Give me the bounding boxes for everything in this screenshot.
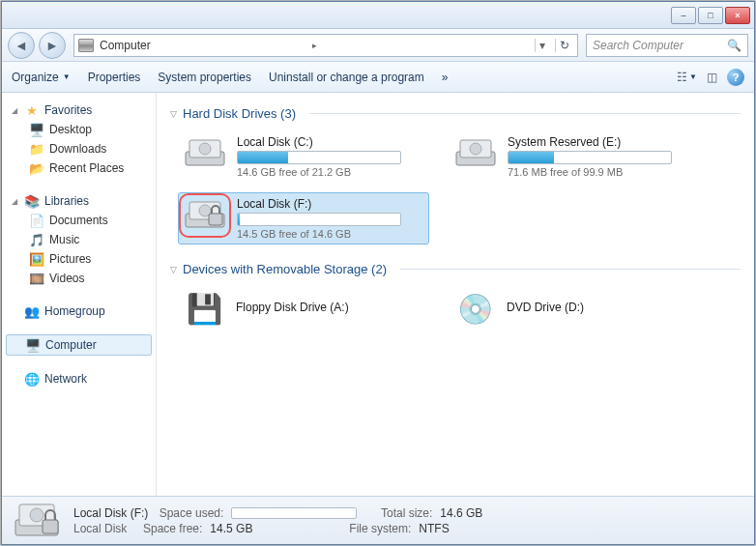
free-space-label: 14.5 GB free of 14.6 GB	[237, 228, 424, 240]
system-properties-button[interactable]: System properties	[158, 71, 251, 84]
homegroup-icon: 👥	[24, 303, 40, 319]
navigation-pane: ◢★Favorites 🖥️Desktop 📁Downloads 📂Recent…	[2, 93, 157, 496]
breadcrumb-chevron-icon[interactable]: ▸	[312, 41, 317, 50]
maximize-button[interactable]: □	[698, 7, 723, 24]
drive-a[interactable]: 💾 Floppy Disk Drive (A:)	[178, 286, 429, 330]
address-dropdown-icon[interactable]: ▾	[535, 39, 549, 52]
drive-label: System Reserved (E:)	[508, 135, 695, 149]
network-group[interactable]: 🌐Network	[6, 369, 152, 388]
usage-bar	[237, 151, 401, 164]
recent-icon: 📂	[29, 160, 44, 176]
body: ◢★Favorites 🖥️Desktop 📁Downloads 📂Recent…	[2, 93, 754, 496]
usage-bar	[237, 213, 401, 226]
drive-e[interactable]: System Reserved (E:) 71.6 MB free of 99.…	[449, 130, 700, 183]
free-space-label: 71.6 MB free of 99.9 MB	[508, 166, 695, 178]
sidebar-item-downloads[interactable]: 📁Downloads	[6, 139, 152, 158]
drive-label: Local Disk (F:)	[237, 197, 424, 211]
refresh-button[interactable]: ↻	[555, 39, 573, 52]
dvd-icon: 💿	[452, 290, 497, 327]
pictures-icon: 🖼️	[29, 251, 44, 267]
collapse-icon: ▽	[170, 109, 177, 119]
drive-label: Local Disk (C:)	[237, 135, 424, 149]
homegroup-group[interactable]: 👥Homegroup	[6, 302, 152, 321]
sidebar-item-recent[interactable]: 📂Recent Places	[6, 158, 152, 178]
search-input[interactable]: Search Computer 🔍	[586, 34, 748, 57]
svg-point-5	[470, 143, 481, 155]
music-icon: 🎵	[29, 232, 44, 247]
sidebar-item-videos[interactable]: 🎞️Videos	[6, 269, 152, 288]
svg-point-2	[199, 143, 211, 155]
more-commands-button[interactable]: »	[442, 71, 449, 84]
hdd-icon	[453, 135, 498, 172]
sidebar-item-desktop[interactable]: 🖥️Desktop	[6, 120, 152, 139]
space-used-label: Space used:	[156, 506, 223, 520]
minimize-button[interactable]: –	[671, 7, 696, 24]
svg-point-12	[30, 508, 44, 522]
address-text: Computer	[100, 39, 306, 52]
floppy-icon: 💾	[182, 290, 226, 327]
help-button[interactable]: ?	[727, 69, 744, 86]
filesystem-label: File system:	[343, 522, 411, 535]
space-used-bar	[231, 507, 357, 519]
hdd-lock-icon	[183, 197, 227, 234]
hdd-icon	[183, 135, 227, 172]
content-pane: ▽ Hard Disk Drives (3) Local Disk (C:) 1…	[157, 93, 754, 496]
space-free-label: Space free:	[134, 522, 202, 535]
close-button[interactable]: ×	[725, 7, 750, 24]
favorites-group[interactable]: ◢★Favorites	[6, 101, 152, 120]
star-icon: ★	[24, 102, 40, 118]
svg-rect-13	[43, 520, 58, 533]
svg-rect-9	[209, 214, 222, 225]
network-icon: 🌐	[24, 371, 40, 387]
libraries-icon: 📚	[24, 193, 40, 209]
view-options-button[interactable]: ☷ ▼	[677, 71, 697, 84]
uninstall-button[interactable]: Uninstall or change a program	[269, 71, 424, 84]
sidebar-item-pictures[interactable]: 🖼️Pictures	[6, 249, 152, 269]
address-bar[interactable]: Computer ▸ ▾ ↻	[73, 34, 578, 57]
sidebar-item-documents[interactable]: 📄Documents	[6, 211, 152, 230]
command-bar: Organize▼ Properties System properties U…	[2, 62, 754, 93]
drive-f[interactable]: Local Disk (F:) 14.5 GB free of 14.6 GB	[178, 192, 429, 244]
drive-c[interactable]: Local Disk (C:) 14.6 GB free of 21.2 GB	[178, 130, 429, 183]
usage-bar	[508, 151, 672, 164]
computer-icon: 🖥️	[25, 337, 41, 353]
titlebar: – □ ×	[2, 2, 754, 29]
libraries-group[interactable]: ◢📚Libraries	[6, 191, 152, 211]
drive-label: DVD Drive (D:)	[507, 301, 584, 314]
videos-icon: 🎞️	[29, 271, 44, 286]
total-size-value: 14.6 GB	[440, 506, 482, 520]
total-size-label: Total size:	[364, 506, 432, 520]
search-placeholder: Search Computer	[593, 39, 683, 52]
preview-pane-button[interactable]: ◫	[707, 71, 717, 84]
computer-icon	[78, 39, 94, 52]
explorer-window: – □ × ◄ ► Computer ▸ ▾ ↻ Search Computer…	[1, 1, 755, 545]
forward-button[interactable]: ►	[39, 32, 66, 59]
collapse-icon: ▽	[170, 265, 177, 274]
space-free-value: 14.5 GB	[210, 522, 335, 535]
chevron-down-icon: ▼	[63, 72, 71, 81]
search-icon: 🔍	[727, 39, 741, 52]
downloads-icon: 📁	[29, 141, 44, 157]
removable-section-header[interactable]: ▽ Devices with Removable Storage (2)	[170, 262, 741, 276]
navigation-bar: ◄ ► Computer ▸ ▾ ↻ Search Computer 🔍	[2, 29, 754, 62]
filesystem-value: NTFS	[419, 522, 449, 535]
organize-button[interactable]: Organize▼	[12, 71, 71, 84]
properties-button[interactable]: Properties	[88, 71, 141, 84]
sidebar-item-music[interactable]: 🎵Music	[6, 230, 152, 249]
documents-icon: 📄	[29, 213, 44, 228]
back-button[interactable]: ◄	[8, 32, 35, 59]
hdd-section-header[interactable]: ▽ Hard Disk Drives (3)	[170, 106, 741, 121]
hdd-lock-icon	[14, 501, 62, 541]
selected-drive-type: Local Disk	[73, 522, 127, 535]
free-space-label: 14.6 GB free of 21.2 GB	[237, 166, 424, 178]
desktop-icon: 🖥️	[29, 122, 44, 137]
details-pane: Local Disk (F:) Space used: Total size: …	[2, 496, 754, 544]
drive-d[interactable]: 💿 DVD Drive (D:)	[449, 286, 700, 330]
sidebar-item-computer[interactable]: 🖥️Computer	[6, 334, 152, 356]
selected-drive-name: Local Disk (F:)	[73, 506, 148, 520]
drive-label: Floppy Disk Drive (A:)	[236, 301, 349, 314]
